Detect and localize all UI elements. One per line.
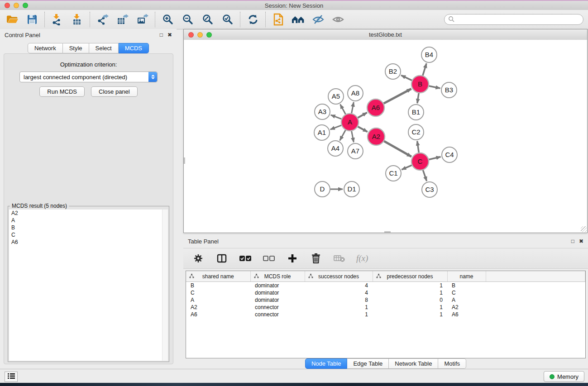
result-scrollbar[interactable]: [162, 210, 168, 361]
memory-button[interactable]: Memory: [544, 371, 584, 382]
table-cell[interactable]: 4: [305, 282, 373, 290]
minimize-window-button[interactable]: [14, 3, 19, 8]
tab-motifs[interactable]: Motifs: [438, 358, 466, 369]
graph-node[interactable]: B4: [421, 47, 437, 62]
graph-node[interactable]: A2: [368, 128, 385, 145]
graph-node[interactable]: A8: [348, 86, 363, 101]
apply-function-button[interactable]: f(x): [356, 253, 368, 263]
import-network-button[interactable]: [51, 13, 64, 26]
zoom-fit-button[interactable]: [201, 13, 215, 26]
graph-node[interactable]: D1: [344, 181, 359, 197]
graph-edge[interactable]: [384, 89, 411, 103]
graph-node[interactable]: A3: [315, 104, 330, 119]
table-cell[interactable]: A6: [186, 311, 250, 318]
graph-edge[interactable]: [423, 170, 426, 181]
resize-grip[interactable]: [581, 226, 587, 232]
search-field[interactable]: [444, 14, 583, 25]
graph-node[interactable]: B1: [408, 105, 424, 120]
split-columns-button[interactable]: [215, 252, 229, 265]
table-cell[interactable]: C: [447, 289, 486, 296]
graph-node[interactable]: A5: [328, 89, 344, 104]
home-button[interactable]: [292, 13, 305, 26]
result-list-item[interactable]: A2: [9, 210, 168, 217]
open-session-button[interactable]: [5, 13, 19, 26]
export-image-button[interactable]: [136, 13, 149, 26]
graph-edge[interactable]: [417, 93, 419, 103]
graph-edge[interactable]: [330, 125, 341, 129]
table-cell[interactable]: 1: [305, 304, 373, 311]
column-header[interactable]: successor nodes: [305, 271, 373, 282]
add-column-button[interactable]: [286, 252, 299, 265]
graph-node[interactable]: B3: [441, 82, 457, 98]
graph-node[interactable]: C2: [408, 124, 424, 140]
graph-node[interactable]: A: [341, 114, 359, 131]
table-cell[interactable]: 0: [373, 296, 447, 304]
hide-graphics-details-button[interactable]: [311, 13, 325, 26]
network-close-button[interactable]: [188, 32, 194, 38]
graph-node[interactable]: A6: [367, 99, 384, 116]
graph-edge[interactable]: [401, 75, 412, 80]
table-row[interactable]: Cdominator41C: [186, 289, 585, 296]
close-window-button[interactable]: [5, 3, 10, 8]
tab-mcds[interactable]: MCDS: [119, 43, 149, 53]
graph-node[interactable]: A7: [348, 143, 363, 159]
close-panel-icon[interactable]: ✖: [167, 32, 172, 38]
close-panel-icon[interactable]: ✖: [579, 238, 583, 244]
table-cell[interactable]: A: [447, 296, 486, 304]
graph-edge[interactable]: [423, 63, 426, 76]
table-row[interactable]: Bdominator41B: [186, 282, 585, 290]
table-row[interactable]: Adominator80A: [186, 296, 585, 304]
graph-node[interactable]: C3: [422, 182, 437, 197]
ndex-button[interactable]: [272, 13, 285, 26]
network-zoom-button[interactable]: [206, 32, 212, 38]
select-all-columns-button[interactable]: [239, 252, 252, 265]
graph-edge[interactable]: [352, 102, 354, 114]
table-cell[interactable]: connector: [250, 304, 305, 311]
table-cell[interactable]: 1: [373, 289, 447, 296]
zoom-out-button[interactable]: [181, 13, 195, 26]
table-cell[interactable]: B: [447, 282, 486, 290]
result-list-item[interactable]: C: [9, 231, 168, 238]
graph-edge[interactable]: [358, 127, 368, 132]
graph-edge[interactable]: [340, 130, 346, 141]
table-cell[interactable]: 1: [373, 304, 447, 311]
search-input[interactable]: [457, 16, 579, 23]
graph-node[interactable]: C4: [442, 147, 457, 162]
import-table-button[interactable]: [71, 13, 84, 26]
table-cell[interactable]: 1: [373, 311, 447, 318]
float-panel-icon[interactable]: □: [160, 32, 163, 38]
criterion-dropdown[interactable]: largest connected component (directed): [19, 71, 158, 82]
run-mcds-button[interactable]: Run MCDS: [39, 86, 85, 97]
network-minimize-button[interactable]: [197, 32, 203, 38]
column-header[interactable]: predecessor nodes: [373, 271, 447, 282]
graph-edge[interactable]: [417, 141, 419, 152]
network-window-titlebar[interactable]: testGlobe.txt: [184, 29, 587, 40]
tab-style[interactable]: Style: [63, 43, 89, 53]
table-cell[interactable]: 1: [373, 282, 447, 290]
result-list-item[interactable]: A6: [9, 238, 168, 246]
table-cell[interactable]: A6: [447, 311, 486, 318]
tab-select[interactable]: Select: [89, 43, 119, 53]
table-cell[interactable]: connector: [250, 311, 305, 318]
graph-node[interactable]: C1: [386, 166, 401, 181]
tab-network[interactable]: Network: [28, 43, 63, 53]
node-table[interactable]: shared nameMCDS rolesuccessor nodesprede…: [186, 271, 586, 358]
table-cell[interactable]: A: [186, 296, 250, 304]
table-cell[interactable]: 8: [305, 296, 373, 304]
float-panel-icon[interactable]: □: [571, 238, 574, 244]
export-network-button[interactable]: [96, 13, 110, 26]
table-cell[interactable]: dominator: [250, 289, 305, 296]
table-cell[interactable]: dominator: [250, 282, 305, 290]
graph-edge[interactable]: [402, 165, 411, 170]
column-header[interactable]: shared name: [186, 271, 250, 282]
table-cell[interactable]: dominator: [250, 296, 305, 304]
export-table-button[interactable]: [116, 13, 129, 26]
result-list-item[interactable]: B: [9, 224, 168, 231]
network-canvas[interactable]: B4B2BB3A5A8A6A3AB1A1C2A2A4A7C4C1CDD1C3: [184, 40, 587, 233]
table-cell[interactable]: 4: [305, 289, 373, 296]
tab-edge-table[interactable]: Edge Table: [347, 358, 389, 369]
delete-table-button[interactable]: [333, 252, 346, 265]
show-graphics-details-button[interactable]: [331, 13, 345, 26]
graph-node[interactable]: A4: [328, 141, 343, 156]
result-list-item[interactable]: A: [9, 217, 168, 224]
